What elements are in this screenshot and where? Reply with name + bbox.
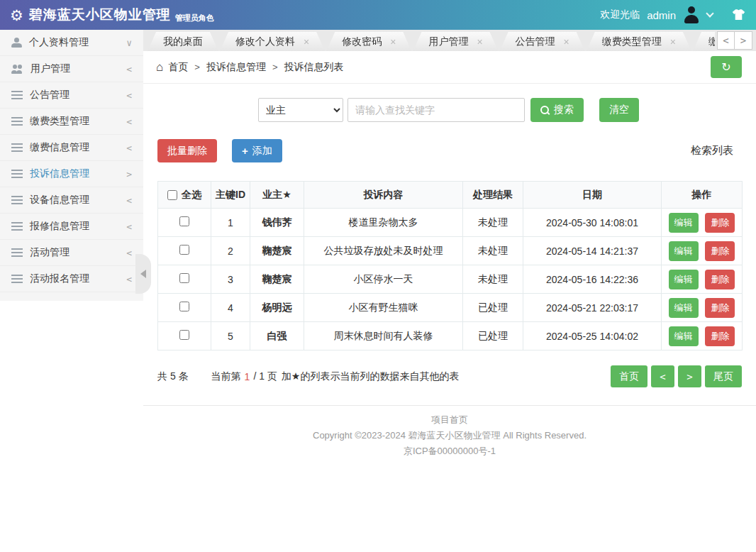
list-icon	[11, 222, 23, 231]
search-filter-select[interactable]: 业主	[258, 98, 343, 122]
close-icon[interactable]: ×	[670, 37, 676, 47]
search-input[interactable]	[348, 98, 525, 122]
cell-content: 周末休息时间有人装修	[304, 322, 463, 350]
tab-label: 缴费信息管理	[708, 35, 715, 48]
edit-button[interactable]: 编辑	[669, 270, 699, 289]
cell-owner: 杨明远	[250, 294, 304, 322]
sidebar-item-activities[interactable]: 活动管理 <	[0, 240, 143, 266]
list-icon	[11, 143, 23, 152]
breadcrumb-module[interactable]: 投诉信息管理	[206, 61, 266, 74]
theme-tshirt-icon[interactable]	[731, 9, 746, 21]
delete-button[interactable]: 删除	[705, 241, 735, 261]
sidebar-item-equipment[interactable]: 设备信息管理 <	[0, 187, 143, 214]
edit-button[interactable]: 编辑	[669, 298, 699, 318]
header-id: 主键ID	[211, 182, 250, 209]
cell-id: 2	[211, 237, 250, 265]
sidebar-item-repairs[interactable]: 报修信息管理 <	[0, 214, 143, 240]
cell-date: 2024-05-25 14:04:02	[523, 322, 662, 350]
row-checkbox[interactable]	[179, 245, 189, 255]
welcome-text: 欢迎光临	[600, 9, 640, 21]
cell-date: 2024-05-16 14:22:36	[523, 265, 662, 294]
breadcrumb-page: 投诉信息列表	[284, 61, 343, 74]
clear-button[interactable]: 清空	[599, 98, 639, 122]
tab-scroll-left-button[interactable]: <	[717, 31, 735, 50]
sidebar-item-label: 活动管理	[30, 246, 70, 259]
header-content: 投诉内容	[304, 182, 463, 209]
table-row: 2 鞠楚宸 公共垃圾存放处未及时处理 未处理 2024-05-14 14:21:…	[158, 237, 743, 265]
footer-home-link[interactable]: 项目首页	[143, 412, 756, 428]
sidebar-item-label: 活动报名管理	[30, 272, 89, 285]
first-page-button[interactable]: 首页	[611, 365, 647, 387]
breadcrumb-home[interactable]: 首页	[168, 61, 188, 74]
select-all-checkbox[interactable]	[167, 190, 177, 200]
tab-label: 修改密码	[342, 35, 382, 48]
table-row: 1 钱伟荠 楼道里杂物太多 未处理 2024-05-30 14:08:01 编辑…	[158, 209, 743, 237]
chevron-icon: <	[126, 116, 132, 127]
delete-button[interactable]: 删除	[705, 213, 735, 233]
row-checkbox[interactable]	[179, 330, 189, 340]
prev-page-button[interactable]: <	[651, 365, 674, 387]
chevron-icon: <	[126, 64, 132, 74]
sidebar-item-fee-types[interactable]: 缴费类型管理 <	[0, 109, 143, 135]
tab-scroll-right-button[interactable]: >	[735, 31, 752, 50]
tabs-container: 我的桌面 修改个人资料 × 修改密码 × 用户管理 × 公告管理 ×	[148, 32, 715, 51]
edit-button[interactable]: 编辑	[669, 241, 699, 261]
edit-button[interactable]: 编辑	[669, 326, 699, 346]
tab-edit-profile[interactable]: 修改个人资料 ×	[220, 32, 325, 51]
close-icon[interactable]: ×	[477, 37, 482, 47]
sidebar-item-profile[interactable]: 个人资料管理 ∨	[0, 30, 143, 56]
delete-button[interactable]: 删除	[705, 298, 735, 318]
search-button[interactable]: 搜索	[530, 98, 584, 122]
sidebar-item-label: 公告管理	[30, 89, 70, 101]
sidebar-item-complaints[interactable]: 投诉信息管理 >	[0, 161, 143, 187]
refresh-button[interactable]: ↻	[711, 56, 742, 78]
sidebar-item-label: 缴费类型管理	[30, 115, 89, 128]
batch-delete-button[interactable]: 批量删除	[157, 139, 217, 162]
close-icon[interactable]: ×	[390, 37, 396, 47]
page-footer: 项目首页 Copyright ©2023-2024 碧海蓝天小区物业管理 All…	[143, 405, 756, 459]
tab-my-desktop[interactable]: 我的桌面	[148, 32, 218, 51]
list-icon	[11, 170, 23, 178]
cell-status: 已处理	[463, 294, 523, 322]
delete-button[interactable]: 删除	[705, 270, 735, 289]
row-checkbox[interactable]	[179, 216, 189, 226]
close-icon[interactable]: ×	[564, 37, 569, 47]
close-icon[interactable]: ×	[304, 37, 309, 47]
cell-content: 楼道里杂物太多	[304, 209, 463, 237]
tab-user-management[interactable]: 用户管理 ×	[413, 32, 498, 51]
next-page-button[interactable]: >	[678, 365, 701, 387]
star-note: 加★的列表示当前列的数据来自其他的表	[282, 370, 460, 383]
chevron-down-icon[interactable]	[706, 9, 713, 17]
add-button[interactable]: + 添加	[232, 139, 282, 162]
sidebar-item-announcements[interactable]: 公告管理 <	[0, 82, 143, 109]
row-checkbox[interactable]	[179, 302, 189, 311]
tab-change-password[interactable]: 修改密码 ×	[326, 32, 411, 51]
page-total: / 1 页	[253, 370, 277, 383]
tab-nav: < >	[717, 31, 752, 50]
header-owner: 业主★	[250, 182, 304, 209]
row-checkbox[interactable]	[179, 273, 189, 283]
sidebar-item-users[interactable]: 用户管理 <	[0, 56, 143, 82]
footer-icp: 京ICP备00000000号-1	[143, 443, 756, 459]
content: 业主 搜索 清空 批量删除 + 添加	[143, 84, 756, 387]
search-icon	[540, 106, 550, 115]
last-page-button[interactable]: 尾页	[705, 365, 742, 387]
clear-button-label: 清空	[609, 104, 629, 116]
chevron-icon: <	[126, 90, 132, 101]
tab-fee-info-management[interactable]: 缴费信息管理 ×	[693, 32, 715, 51]
avatar-icon[interactable]	[683, 6, 700, 23]
sidebar-item-activity-signup[interactable]: 活动报名管理 <	[0, 266, 143, 292]
panel-title: 检索列表	[691, 144, 742, 158]
sidebar-collapse-handle[interactable]	[135, 254, 151, 294]
chevron-icon: <	[126, 274, 132, 285]
tab-announcement-management[interactable]: 公告管理 ×	[500, 32, 585, 51]
list-icon	[11, 91, 23, 99]
tab-fee-type-management[interactable]: 缴费类型管理 ×	[587, 32, 691, 51]
breadcrumb-separator: >	[272, 62, 278, 72]
list-icon	[11, 196, 23, 204]
table-row: 3 鞠楚宸 小区停水一天 未处理 2024-05-16 14:22:36 编辑 …	[158, 265, 743, 294]
header-status: 处理结果	[463, 182, 523, 209]
delete-button[interactable]: 删除	[705, 326, 735, 346]
edit-button[interactable]: 编辑	[669, 213, 699, 233]
sidebar-item-fee-info[interactable]: 缴费信息管理 <	[0, 135, 143, 161]
